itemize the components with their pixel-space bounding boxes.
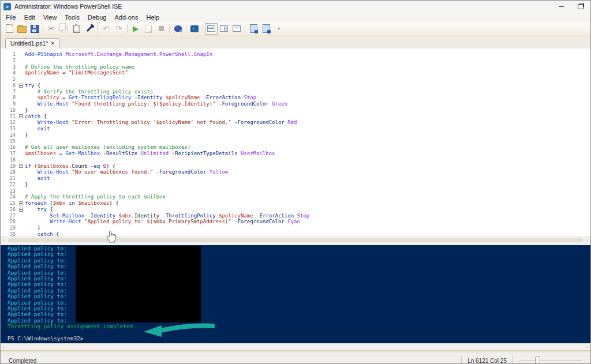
scroll-left-icon[interactable]: ‹ [1,237,7,243]
line-number: 21 [1,175,17,182]
fold-collapse-icon[interactable] [17,207,25,213]
fold-collapse-icon[interactable] [17,114,25,120]
menu-item-debug[interactable]: Debug [84,13,110,21]
code-line[interactable]: 29 } [1,225,590,231]
show-script-pane-right-button[interactable] [218,23,230,35]
new-script-button[interactable] [3,23,16,35]
cmd-addon-icon [250,24,257,33]
code-line[interactable]: 13 exit [1,126,590,132]
code-line[interactable]: 9 Write-Host "Found throttling policy: $… [1,101,590,107]
menu-item-view[interactable]: View [39,13,61,21]
tab-close-icon[interactable]: × [51,40,54,46]
code-line[interactable]: 4$policyName = "LimitMessagesSent" [1,70,590,76]
fold-gutter [17,213,25,219]
run-selection-button[interactable] [142,23,155,35]
line-number: 12 [1,119,17,126]
editor-horizontal-scrollbar[interactable]: ‹ › [1,237,590,243]
show-command-window-button[interactable] [247,23,260,35]
fold-gutter [17,126,25,132]
code-line[interactable]: 25foreach ($mbx in $mailboxes) { [1,200,590,207]
fold-gutter [17,132,25,138]
code-line[interactable]: 19if ($mailboxes.Count -eq 0) { [1,163,590,170]
fold-gutter [17,70,25,76]
code-line[interactable]: 15 [1,138,590,145]
cut-button[interactable]: ✂ [45,23,58,35]
code-line[interactable]: 3# Define the throttling policy name [1,64,590,70]
code-line[interactable]: 23 [1,188,590,194]
code-line[interactable]: 16# Get all user mailboxes (excluding sy… [1,144,590,151]
fold-collapse-icon[interactable] [17,200,25,207]
code-line[interactable]: 27 Set-Mailbox -Identity $mbx.Identity -… [1,213,590,219]
code-line[interactable]: 5 [1,76,590,82]
code-text [25,76,590,82]
fold-collapse-icon[interactable] [17,82,25,89]
code-line[interactable]: 7 # Verify the throttling policy exists [1,89,590,95]
menu-item-file[interactable]: File [2,13,20,21]
scroll-right-icon[interactable]: › [584,237,590,243]
open-script-button[interactable] [16,23,28,35]
menu-item-tools[interactable]: Tools [61,13,84,21]
scroll-left-icon[interactable]: ‹ [1,344,7,350]
script-editor-pane[interactable]: 1Add-PSSnapin Microsoft.Exchange.Managem… [1,48,590,237]
minimize-button[interactable] [551,1,571,12]
start-powershell-button[interactable]: ›_ [188,23,201,35]
restore-button[interactable] [571,1,590,12]
new-remote-powershell-tab-button[interactable] [171,23,184,35]
code-text: } [25,132,590,138]
divider [461,356,462,364]
code-line[interactable]: 6try { [1,82,590,89]
copy-button[interactable] [58,23,70,35]
save-script-button[interactable] [28,23,41,35]
code-line[interactable]: 28 Write-Host "Applied policy to: $($mbx… [1,219,590,225]
code-line[interactable]: 20 Write-Host "No user mailboxes found."… [1,169,590,175]
code-line[interactable]: 14} [1,132,590,138]
tab-untitled1[interactable]: Untitled1.ps1* × [5,38,59,48]
code-line[interactable]: 21 exit [1,175,590,182]
show-script-pane-top-button[interactable] [205,23,218,35]
menu-item-help[interactable]: Help [142,13,163,21]
paste-button[interactable] [70,23,83,35]
code-line[interactable]: 30 catch { [1,231,590,237]
powershell-ise-window: ≥ Administrator: Windows PowerShell ISE … [0,0,591,364]
fold-collapse-icon[interactable] [17,163,25,170]
toolbar-overflow-button[interactable]: ▾ [272,23,285,35]
zoom-slider-thumb[interactable] [535,357,540,364]
pane-max-icon [233,25,241,32]
code-line[interactable]: 10} [1,107,590,114]
pane-right-icon [220,25,228,32]
code-line[interactable]: 17$mailboxes = Get-Mailbox -ResultSize U… [1,151,590,157]
fold-gutter [17,58,25,64]
stop-operation-button[interactable] [155,23,167,35]
tab-bar: Untitled1.ps1* × [1,36,590,48]
scroll-right-icon[interactable]: › [584,344,590,350]
run-script-button[interactable]: ▶ [129,23,142,35]
show-script-pane-maximized-button[interactable] [230,23,243,35]
undo-button[interactable]: ↶ [100,23,113,35]
code-line[interactable]: 11catch { [1,114,590,120]
code-line[interactable]: 12 Write-Host "Error: Throttling policy … [1,119,590,126]
console-horizontal-scrollbar[interactable]: ‹ › [1,343,590,350]
code-text: exit [25,126,590,132]
console-pane[interactable]: Applied policy to:Applied policy to:Appl… [1,245,590,343]
show-command-addon-button[interactable] [260,23,272,35]
code-line[interactable]: 24# Apply the throttling policy to each … [1,194,590,200]
zoom-slider[interactable] [519,357,582,364]
code-line[interactable]: 2 [1,58,590,64]
toolbar-separator [186,24,186,33]
code-line[interactable]: 26 try { [1,207,590,213]
fold-gutter [17,119,25,126]
editor-scrollbar-thumb[interactable] [8,238,583,242]
redo-button[interactable]: ↷ [113,23,125,35]
fold-minus-box [19,208,23,212]
code-line[interactable]: 8 $policy = Get-ThrottlingPolicy -Identi… [1,95,590,101]
toolbar: ✂↶↷▶›_▾ [1,22,590,36]
code-line[interactable]: 1Add-PSSnapin Microsoft.Exchange.Managem… [1,51,590,58]
code-line[interactable]: 18 [1,157,590,163]
fold-gutter [17,219,25,225]
restore-icon [578,4,583,9]
menu-item-add-ons[interactable]: Add-ons [110,13,142,21]
code-line[interactable]: 22} [1,182,590,188]
clear-console-pane-button[interactable] [83,23,96,35]
menu-item-edit[interactable]: Edit [20,13,39,21]
fold-gutter [17,101,25,107]
